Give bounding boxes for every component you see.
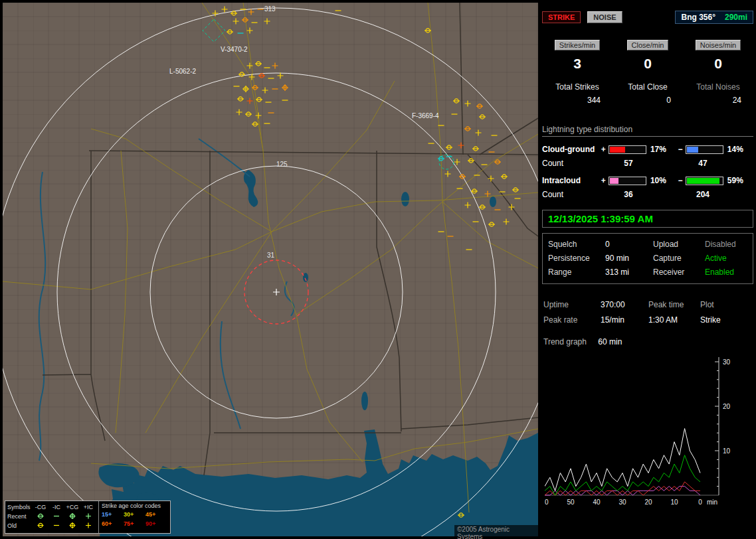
map-legend: Symbols -CG-IC+CG+IC Recent Old Strike a…	[5, 501, 171, 534]
storm-cell-label: V-3470-2	[221, 46, 248, 53]
cg-positive-bar	[609, 145, 646, 154]
trend-y-tick: 30	[723, 358, 731, 366]
ic-negative-bar	[686, 177, 723, 185]
copyright-text: ©2005 Astrogenic Systems	[454, 525, 538, 539]
close-per-min-button[interactable]: Close/min	[627, 40, 669, 50]
peak-time-value: 1:30 AM	[648, 313, 700, 328]
stats-box: Uptime 370:00 Peak time Plot Peak rate 1…	[542, 297, 753, 328]
range-ring-label: 313	[264, 5, 276, 13]
age-code-90: 90+	[145, 520, 167, 530]
cg-negative-count: 47	[683, 159, 723, 168]
ic-positive-percent: 10%	[648, 176, 676, 185]
trend-y-tick: 10	[723, 447, 731, 455]
legend-old-label: Old	[7, 522, 33, 529]
trend-x-tick: 10	[670, 499, 678, 506]
lightning-map: 31312531V-3470-2L-5062-2F-3669-4	[3, 3, 538, 536]
legend-col-negCG: -CG	[33, 504, 48, 510]
range-ring-label: 125	[276, 161, 288, 168]
plot-label: Plot	[700, 297, 741, 313]
receiver-label: Receiver	[653, 266, 705, 279]
cg-positive-count: 57	[609, 159, 648, 168]
noises-per-min-value: 0	[683, 56, 753, 72]
total-close-label: Total Close	[613, 82, 683, 92]
trend-x-tick: 40	[593, 499, 601, 506]
ic-negative-percent: 59%	[725, 176, 753, 185]
squelch-label: Squelch	[548, 238, 605, 252]
capture-label: Capture	[653, 252, 705, 266]
legend-symbol-cm	[33, 512, 48, 521]
range-setting-value: 313 mi	[605, 266, 653, 279]
peak-rate-value: 15/min	[601, 313, 648, 328]
range-value: 290mi	[725, 13, 747, 22]
persistence-label: Persistence	[548, 252, 605, 266]
cg-positive-percent: 17%	[648, 145, 676, 154]
ic-negative-count: 204	[683, 190, 723, 199]
intracloud-counts: Count 36 204	[542, 190, 753, 199]
trend-x-tick: 0	[698, 499, 702, 506]
trend-x-tick: 20	[644, 499, 652, 506]
peak-rate-label: Peak rate	[543, 313, 601, 328]
strike-mode-button[interactable]: STRIKE	[542, 11, 581, 23]
strikes-per-min-button[interactable]: Strikes/min	[555, 40, 600, 50]
cg-negative-percent: 14%	[725, 145, 753, 154]
squelch-value: 0	[605, 238, 653, 252]
strike-symbol-cm	[38, 514, 44, 518]
persistence-value: 90 min	[605, 252, 653, 266]
plus-sign: +	[599, 145, 607, 154]
minus-sign: −	[676, 145, 684, 154]
app-window: 31312531V-3470-2L-5062-2F-3669-4 Symbols…	[0, 0, 756, 539]
cg-negative-bar	[686, 145, 723, 154]
age-code-75: 75+	[124, 520, 145, 530]
legend-symbol-cm	[33, 522, 48, 530]
total-close-value: 0	[613, 96, 683, 105]
legend-symbol-cp	[64, 512, 80, 521]
settings-box: Squelch 0 Upload Disabled Persistence 90…	[542, 233, 753, 284]
uptime-label: Uptime	[543, 297, 601, 313]
legend-age-title: Strike age color codes	[102, 502, 170, 511]
legend-symbol-p	[80, 512, 96, 521]
close-per-min-value: 0	[613, 56, 683, 72]
minus-sign: −	[676, 176, 684, 185]
plot-value: Strike	[700, 313, 741, 328]
storm-cell-label: F-3669-4	[412, 112, 439, 119]
trend-series-cloud-ground	[545, 482, 700, 495]
distribution-title: Lightning type distribution	[542, 125, 753, 137]
control-panel: STRIKE NOISE Bng 356° 290mi Strikes/min …	[542, 3, 753, 536]
noises-per-min-button[interactable]: Noises/min	[696, 40, 741, 50]
total-noises-value: 24	[683, 96, 753, 105]
capture-status: Active	[705, 252, 746, 266]
range-ring-label: 31	[267, 252, 275, 259]
bearing-range-display: Bng 356° 290mi	[675, 11, 753, 24]
legend-recent-label: Recent	[7, 513, 33, 520]
peak-time-label: Peak time	[648, 297, 700, 313]
trend-graph-label: Trend graph 60 min	[542, 337, 753, 346]
totals-row: Total Strikes 344 Total Close 0 Total No…	[542, 82, 753, 105]
receiver-status: Enabled	[705, 266, 746, 279]
upload-status: Disabled	[705, 238, 746, 252]
strike-symbol-cp	[70, 522, 76, 528]
ic-positive-count: 36	[609, 190, 648, 199]
rate-counters: Strikes/min 3 Close/min 0 Noises/min 0	[542, 40, 753, 72]
total-strikes-value: 344	[542, 96, 613, 105]
upload-label: Upload	[653, 238, 705, 252]
trend-chart-svg: 1020306050403020100min	[545, 352, 744, 510]
legend-col-posCG: +CG	[64, 504, 80, 510]
total-strikes-label: Total Strikes	[542, 82, 613, 92]
strike-symbol-cm	[38, 523, 44, 527]
cloud-ground-row: Cloud-ground + 17% − 14%	[542, 145, 753, 154]
age-code-15: 15+	[102, 511, 124, 520]
ic-positive-bar	[609, 177, 646, 185]
trend-series-total-strikes	[545, 429, 700, 491]
age-code-60: 60+	[102, 520, 124, 530]
uptime-value: 370:00	[601, 297, 648, 313]
noise-mode-button[interactable]: NOISE	[587, 11, 622, 23]
cloud-ground-counts: Count 57 47	[542, 159, 753, 168]
plus-sign: +	[599, 176, 607, 185]
legend-symbol-m	[48, 522, 64, 530]
trend-x-tick: 60	[545, 499, 549, 506]
map-view[interactable]: 31312531V-3470-2L-5062-2F-3669-4 Symbols…	[3, 3, 538, 536]
strike-symbol-p	[86, 522, 91, 528]
strike-symbol-cp	[70, 513, 76, 519]
trend-period-value: 60 min	[598, 337, 622, 346]
bearing-value: Bng 356°	[681, 13, 715, 22]
